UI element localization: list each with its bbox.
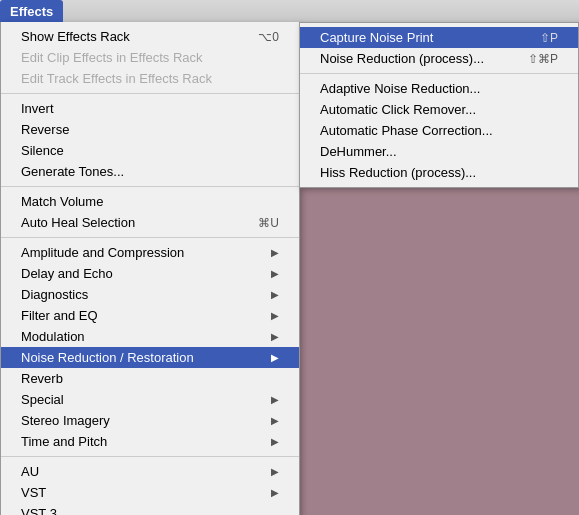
submenu-item-label: DeHummer... <box>320 144 397 159</box>
submenu-item-label: Adaptive Noise Reduction... <box>320 81 480 96</box>
menu-item-edit-track-effects: Edit Track Effects in Effects Rack <box>1 68 299 89</box>
menu-item-label: Filter and EQ <box>21 308 98 323</box>
submenu-item-dehummer[interactable]: DeHummer... <box>300 141 578 162</box>
menu-item-time-pitch[interactable]: Time and Pitch ▶ <box>1 431 299 452</box>
menu-item-special[interactable]: Special ▶ <box>1 389 299 410</box>
menu-item-show-effects-rack[interactable]: Show Effects Rack ⌥0 <box>1 26 299 47</box>
menu-item-label: Auto Heal Selection <box>21 215 135 230</box>
menu-item-label: Show Effects Rack <box>21 29 130 44</box>
menu-item-label: Amplitude and Compression <box>21 245 184 260</box>
menu-item-diagnostics[interactable]: Diagnostics ▶ <box>1 284 299 305</box>
menu-item-label: Special <box>21 392 64 407</box>
menu-item-match-volume[interactable]: Match Volume <box>1 191 299 212</box>
submenu-arrow-icon: ▶ <box>271 247 279 258</box>
submenu-item-noise-reduction-process[interactable]: Noise Reduction (process)... ⇧⌘P <box>300 48 578 69</box>
submenu-arrow-icon: ▶ <box>271 352 279 363</box>
menu-item-auto-heal[interactable]: Auto Heal Selection ⌘U <box>1 212 299 233</box>
submenu-arrow-icon: ▶ <box>271 268 279 279</box>
submenu-arrow-icon: ▶ <box>271 466 279 477</box>
menu-item-label: Silence <box>21 143 64 158</box>
menu-item-stereo-imagery[interactable]: Stereo Imagery ▶ <box>1 410 299 431</box>
menu-item-label: VST 3 <box>21 506 57 515</box>
submenu-item-adaptive-noise-reduction[interactable]: Adaptive Noise Reduction... <box>300 78 578 99</box>
menu-item-label: Reverse <box>21 122 69 137</box>
menu-item-label: Stereo Imagery <box>21 413 110 428</box>
menu-item-reverse[interactable]: Reverse <box>1 119 299 140</box>
menu-item-label: AU <box>21 464 39 479</box>
menu-item-au[interactable]: AU ▶ <box>1 461 299 482</box>
menu-item-reverb[interactable]: Reverb <box>1 368 299 389</box>
submenu-arrow-icon: ▶ <box>271 487 279 498</box>
submenu-item-shortcut: ⇧P <box>540 31 558 45</box>
menu-item-amplitude[interactable]: Amplitude and Compression ▶ <box>1 242 299 263</box>
menu-item-label: Edit Track Effects in Effects Rack <box>21 71 212 86</box>
submenu-arrow-icon: ▶ <box>271 289 279 300</box>
menu-item-generate-tones[interactable]: Generate Tones... <box>1 161 299 182</box>
menu-item-label: Generate Tones... <box>21 164 124 179</box>
separator-3 <box>1 237 299 238</box>
submenu-item-label: Hiss Reduction (process)... <box>320 165 476 180</box>
submenu-arrow-icon: ▶ <box>271 331 279 342</box>
submenu-separator-1 <box>300 73 578 74</box>
separator-2 <box>1 186 299 187</box>
menu-item-silence[interactable]: Silence <box>1 140 299 161</box>
menu-item-label: Delay and Echo <box>21 266 113 281</box>
submenu-item-label: Automatic Click Remover... <box>320 102 476 117</box>
menu-item-label: Invert <box>21 101 54 116</box>
menu-item-label: Reverb <box>21 371 63 386</box>
menu-item-label: Time and Pitch <box>21 434 107 449</box>
menu-item-label: VST <box>21 485 46 500</box>
submenu-arrow-icon: ▶ <box>271 310 279 321</box>
submenu-item-auto-click-remover[interactable]: Automatic Click Remover... <box>300 99 578 120</box>
submenu-item-label: Capture Noise Print <box>320 30 433 45</box>
submenu-item-label: Automatic Phase Correction... <box>320 123 493 138</box>
menu-item-label: Noise Reduction / Restoration <box>21 350 194 365</box>
menu-item-edit-clip-effects: Edit Clip Effects in Effects Rack <box>1 47 299 68</box>
menu-item-shortcut: ⌘U <box>258 216 279 230</box>
submenu-item-shortcut: ⇧⌘P <box>528 52 558 66</box>
separator-1 <box>1 93 299 94</box>
menu-item-modulation[interactable]: Modulation ▶ <box>1 326 299 347</box>
submenu-item-auto-phase-correction[interactable]: Automatic Phase Correction... <box>300 120 578 141</box>
noise-reduction-submenu: Capture Noise Print ⇧P Noise Reduction (… <box>299 22 579 188</box>
separator-4 <box>1 456 299 457</box>
submenu-arrow-icon: ▶ <box>271 394 279 405</box>
submenu-item-capture-noise-print[interactable]: Capture Noise Print ⇧P <box>300 27 578 48</box>
main-menu: Show Effects Rack ⌥0 Edit Clip Effects i… <box>0 22 300 515</box>
menu-item-vst[interactable]: VST ▶ <box>1 482 299 503</box>
menu-item-label: Modulation <box>21 329 85 344</box>
menu-item-label: Match Volume <box>21 194 103 209</box>
menu-item-vst3[interactable]: VST 3 <box>1 503 299 515</box>
menu-item-invert[interactable]: Invert <box>1 98 299 119</box>
submenu-arrow-icon: ▶ <box>271 415 279 426</box>
effects-menu-title[interactable]: Effects <box>0 0 63 22</box>
menu-item-shortcut: ⌥0 <box>258 30 279 44</box>
menu-item-delay-echo[interactable]: Delay and Echo ▶ <box>1 263 299 284</box>
menu-item-label: Edit Clip Effects in Effects Rack <box>21 50 203 65</box>
submenu-arrow-icon: ▶ <box>271 436 279 447</box>
submenu-item-label: Noise Reduction (process)... <box>320 51 484 66</box>
menu-item-noise-reduction[interactable]: Noise Reduction / Restoration ▶ <box>1 347 299 368</box>
menu-item-filter-eq[interactable]: Filter and EQ ▶ <box>1 305 299 326</box>
submenu-item-hiss-reduction[interactable]: Hiss Reduction (process)... <box>300 162 578 183</box>
menu-item-label: Diagnostics <box>21 287 88 302</box>
